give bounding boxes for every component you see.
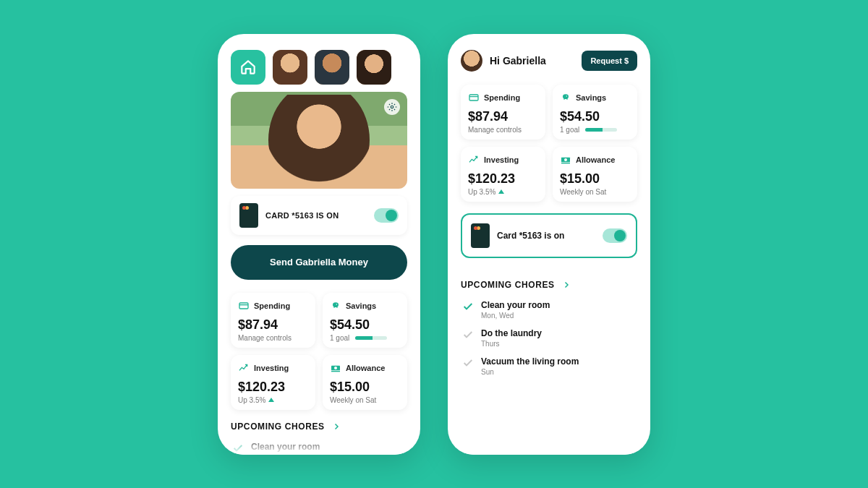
cash-icon bbox=[560, 154, 571, 166]
check-icon bbox=[462, 329, 474, 341]
home-icon bbox=[239, 58, 258, 77]
card-flat-icon bbox=[468, 92, 480, 103]
home-button[interactable] bbox=[231, 50, 265, 85]
chore-item[interactable]: Clean your roomMon, Wed bbox=[461, 296, 637, 324]
svg-point-4 bbox=[334, 367, 337, 369]
tile-amount: $15.00 bbox=[330, 380, 400, 395]
tile-amount: $54.50 bbox=[560, 109, 630, 124]
card-status-label: Card *5163 is on bbox=[497, 231, 595, 241]
tile-sub: Weekly on Sat bbox=[330, 396, 400, 404]
tile-amount: $120.23 bbox=[468, 171, 538, 187]
tile-label: Spending bbox=[254, 301, 290, 310]
chore-days: Sun bbox=[481, 368, 579, 376]
chores-heading[interactable]: UPCOMING CHORES bbox=[231, 421, 407, 432]
tile-label: Investing bbox=[484, 155, 519, 164]
greeting-text: Hi Gabriella bbox=[490, 55, 574, 67]
chores-heading[interactable]: UPCOMING CHORES bbox=[461, 280, 637, 290]
tile-amount: $87.94 bbox=[238, 317, 308, 333]
svg-point-7 bbox=[566, 95, 567, 96]
tile-sub: Manage controls bbox=[468, 126, 538, 134]
tile-label: Allowance bbox=[346, 364, 385, 372]
svg-point-2 bbox=[336, 304, 337, 304]
tile-allowance[interactable]: Allowance $15.00 Weekly on Sat bbox=[553, 147, 637, 202]
tile-sub: Weekly on Sat bbox=[560, 188, 630, 196]
tile-spending[interactable]: Spending $87.94 Manage controls bbox=[461, 85, 545, 140]
svg-rect-10 bbox=[561, 163, 570, 163]
up-arrow-icon bbox=[268, 398, 274, 402]
tile-spending[interactable]: Spending $87.94 Manage controls bbox=[231, 293, 315, 348]
tile-amount: $54.50 bbox=[330, 317, 400, 333]
parent-phone: CARD *5163 IS ON Send Gabriella Money Sp… bbox=[218, 34, 420, 455]
tile-investing[interactable]: Investing $120.23 Up 3.5% bbox=[461, 147, 545, 202]
tile-investing[interactable]: Investing $120.23 Up 3.5% bbox=[231, 355, 315, 410]
chore-days: Mon, Wed bbox=[481, 312, 550, 320]
card-toggle[interactable] bbox=[603, 228, 627, 243]
tile-label: Allowance bbox=[576, 155, 615, 164]
chore-title: Do the laundry bbox=[481, 328, 542, 338]
card-icon bbox=[471, 223, 490, 248]
tile-sub: Up 3.5% bbox=[468, 188, 538, 196]
gear-icon bbox=[387, 102, 397, 112]
tile-amount: $120.23 bbox=[238, 380, 308, 395]
chore-item[interactable]: Clean your room bbox=[231, 437, 407, 455]
child-phone: Hi Gabriella Request $ Spending $87.94 M… bbox=[448, 34, 650, 455]
check-icon bbox=[232, 442, 244, 454]
piggy-icon bbox=[560, 92, 571, 103]
request-money-button[interactable]: Request $ bbox=[582, 51, 637, 71]
chore-days: Thurs bbox=[481, 340, 542, 348]
chevron-right-icon bbox=[332, 422, 341, 431]
header-row: Hi Gabriella Request $ bbox=[461, 50, 637, 72]
chore-title: Clean your room bbox=[481, 300, 550, 310]
tile-label: Savings bbox=[346, 301, 376, 310]
svg-rect-5 bbox=[331, 371, 340, 372]
chevron-right-icon bbox=[562, 281, 571, 289]
svg-rect-1 bbox=[239, 303, 248, 309]
chore-item[interactable]: Do the laundryThurs bbox=[461, 324, 637, 352]
tile-allowance[interactable]: Allowance $15.00 Weekly on Sat bbox=[323, 355, 407, 410]
tile-amount: $15.00 bbox=[560, 171, 630, 187]
chore-item[interactable]: Vacuum the living roomSun bbox=[461, 352, 637, 380]
balance-tiles: Spending $87.94 Manage controls Savings … bbox=[461, 85, 637, 202]
tile-amount: $87.94 bbox=[468, 109, 538, 124]
balance-tiles: Spending $87.94 Manage controls Savings … bbox=[231, 293, 407, 410]
card-status-row: Card *5163 is on bbox=[461, 213, 637, 258]
tile-label: Spending bbox=[484, 93, 520, 102]
card-icon bbox=[239, 203, 258, 228]
chart-up-icon bbox=[468, 154, 480, 166]
child-settings-button[interactable] bbox=[384, 99, 400, 115]
tile-sub: 1 goal bbox=[330, 334, 400, 342]
card-status-label: CARD *5163 IS ON bbox=[265, 211, 367, 220]
check-icon bbox=[462, 357, 474, 369]
send-money-button[interactable]: Send Gabriella Money bbox=[231, 245, 407, 280]
svg-point-9 bbox=[564, 158, 567, 161]
up-arrow-icon bbox=[498, 189, 504, 194]
tile-label: Savings bbox=[576, 93, 606, 102]
svg-rect-6 bbox=[469, 95, 478, 100]
child-selector-row bbox=[231, 50, 407, 85]
tile-sub: Manage controls bbox=[238, 334, 308, 342]
chore-title: Vacuum the living room bbox=[481, 356, 579, 367]
card-status-row: CARD *5163 IS ON bbox=[231, 196, 407, 235]
child-hero-photo bbox=[231, 92, 407, 189]
tile-label: Investing bbox=[254, 364, 289, 372]
check-icon bbox=[462, 301, 474, 312]
tile-sub: Up 3.5% bbox=[238, 396, 308, 404]
piggy-icon bbox=[330, 300, 341, 312]
cash-icon bbox=[330, 362, 341, 374]
tile-sub: 1 goal bbox=[560, 126, 630, 134]
avatar[interactable] bbox=[461, 50, 482, 72]
child-avatar-gabriella[interactable] bbox=[273, 50, 307, 85]
svg-point-0 bbox=[391, 106, 393, 108]
child-avatar-3[interactable] bbox=[357, 50, 391, 85]
chart-up-icon bbox=[238, 362, 250, 374]
tile-savings[interactable]: Savings $54.50 1 goal bbox=[553, 85, 637, 140]
card-toggle[interactable] bbox=[374, 208, 399, 223]
chore-title: Clean your room bbox=[251, 442, 320, 452]
child-avatar-2[interactable] bbox=[315, 50, 349, 85]
tile-savings[interactable]: Savings $54.50 1 goal bbox=[323, 293, 407, 348]
card-flat-icon bbox=[238, 300, 250, 312]
